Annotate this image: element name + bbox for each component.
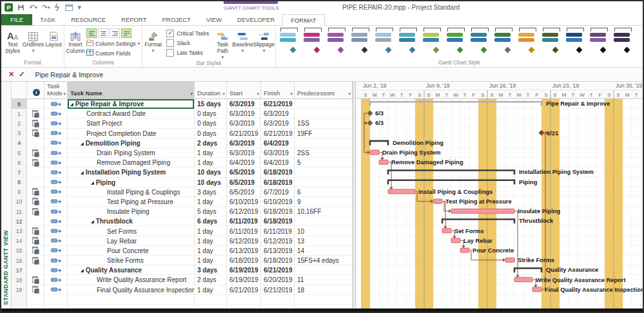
gantt-style-thumb-13[interactable] xyxy=(565,28,586,52)
pred-cell[interactable]: 14 xyxy=(295,246,353,256)
indicator-cell[interactable] xyxy=(27,167,44,177)
insert-column-button[interactable]: Insert Column xyxy=(66,27,85,55)
indicator-cell[interactable] xyxy=(27,207,44,216)
dur-cell[interactable]: 1 day xyxy=(195,197,227,207)
fin-cell[interactable]: 6/18/2019 xyxy=(261,256,295,265)
pred-cell[interactable]: 9 xyxy=(295,197,353,207)
pred-cell[interactable] xyxy=(295,109,353,119)
fin-cell[interactable]: 6/10/2019 xyxy=(261,197,295,207)
checkbox-late-tasks[interactable]: Late Tasks xyxy=(166,49,209,57)
indicator-cell[interactable] xyxy=(27,246,44,256)
row-number[interactable]: 11 xyxy=(12,207,27,216)
column-header-dur[interactable]: Duration▾ xyxy=(195,82,227,99)
fin-cell[interactable]: 6/3/2019 xyxy=(261,148,295,158)
align-right-button[interactable] xyxy=(110,28,120,38)
indicator-cell[interactable] xyxy=(27,158,44,167)
layout-button[interactable]: Layout xyxy=(44,27,63,48)
task-name-cell[interactable]: Insulate Piping xyxy=(68,207,195,216)
start-cell[interactable]: 6/5/2019 xyxy=(227,187,261,197)
dur-cell[interactable]: 3 days xyxy=(195,265,227,275)
fin-cell[interactable]: 6/4/2019 xyxy=(261,138,295,148)
redo-button[interactable]: ↷▾ xyxy=(42,4,50,11)
gantt-style-thumb-6[interactable] xyxy=(398,28,419,52)
task-mode-cell[interactable] xyxy=(44,226,68,236)
start-cell[interactable]: 6/4/2019 xyxy=(227,158,261,167)
pred-cell[interactable] xyxy=(295,167,353,177)
start-cell[interactable]: 6/5/2019 xyxy=(227,178,261,187)
task-mode-cell[interactable] xyxy=(44,119,68,128)
task-mode-cell[interactable] xyxy=(44,178,68,187)
expand-triangle-icon[interactable]: ◢ xyxy=(70,102,73,106)
task-mode-cell[interactable] xyxy=(44,129,68,138)
task-name-cell[interactable]: ◢Thrustblock xyxy=(68,216,195,226)
indicator-cell[interactable] xyxy=(27,285,44,295)
column-header-pred[interactable]: Predecessors▾ xyxy=(295,82,353,99)
column-header-mode[interactable]: Task Mode▾ xyxy=(44,82,68,99)
start-cell[interactable]: 6/21/2019 xyxy=(227,129,261,138)
task-name-cell[interactable]: Start Project xyxy=(68,119,195,128)
task-mode-cell[interactable] xyxy=(44,216,68,226)
pred-cell[interactable]: 5 xyxy=(295,158,353,167)
pred-cell[interactable]: 13 xyxy=(295,236,353,246)
row-number[interactable]: 17 xyxy=(12,265,27,275)
filter-arrow-icon[interactable]: ▾ xyxy=(257,91,259,97)
indicator-cell[interactable] xyxy=(27,216,44,226)
row-number[interactable]: 6 xyxy=(12,158,27,167)
task-mode-cell[interactable] xyxy=(44,265,68,275)
start-cell[interactable]: 6/3/2019 xyxy=(227,119,261,128)
pred-cell[interactable]: 19FF xyxy=(295,129,353,138)
column-header-info[interactable]: i xyxy=(27,82,44,99)
wrap-text-button[interactable] xyxy=(121,28,132,38)
cancel-entry-icon[interactable]: ✕ xyxy=(1,70,19,79)
tab-view[interactable]: VIEW xyxy=(199,14,229,25)
tab-format[interactable]: FORMAT xyxy=(282,14,324,26)
task-mode-cell[interactable] xyxy=(44,275,68,285)
indicator-cell[interactable] xyxy=(27,187,44,197)
indicator-cell[interactable] xyxy=(27,178,44,187)
task-name-cell[interactable]: Write Quality Assurance Report xyxy=(68,275,195,285)
fin-cell[interactable]: 6/21/2019 xyxy=(261,99,295,109)
fin-cell[interactable]: 6/21/2019 xyxy=(261,285,295,295)
dur-cell[interactable]: 10 days xyxy=(195,167,227,177)
task-name-cell[interactable]: ◢Demolition Piping xyxy=(68,138,195,148)
pred-cell[interactable]: 10 xyxy=(295,226,353,236)
dur-cell[interactable]: 10 days xyxy=(195,178,227,187)
fin-cell[interactable]: 6/11/2019 xyxy=(261,226,295,236)
dur-cell[interactable]: 6 days xyxy=(195,216,227,226)
pred-cell[interactable]: 1SS xyxy=(295,119,353,128)
column-settings-button[interactable]: ✱ Column Settings▾ xyxy=(86,39,140,48)
column-header-name[interactable]: Task Name▾ xyxy=(68,82,195,99)
tab-report[interactable]: REPORT xyxy=(113,14,154,25)
dur-cell[interactable]: 0 days xyxy=(195,119,227,128)
entry-bar-value[interactable]: Pipe Repair & Improve xyxy=(35,71,103,79)
start-cell[interactable]: 6/3/2019 xyxy=(227,138,261,148)
row-number[interactable]: 18 xyxy=(12,275,27,285)
pred-cell[interactable]: 2SS xyxy=(295,148,353,158)
corner-header[interactable] xyxy=(12,82,27,99)
task-path-button[interactable]: Task Path ▾ xyxy=(213,27,232,60)
task-name-cell[interactable]: Contract Award Date xyxy=(68,109,195,119)
column-header-fin[interactable]: Finish▾ xyxy=(261,82,295,99)
row-number[interactable]: 4 xyxy=(12,138,27,148)
task-mode-cell[interactable] xyxy=(44,256,68,265)
expand-triangle-icon[interactable]: ◢ xyxy=(91,180,94,185)
task-mode-cell[interactable] xyxy=(44,109,68,119)
gantt-style-thumb-11[interactable] xyxy=(517,28,538,52)
tab-developer[interactable]: DEVELOPER xyxy=(229,14,282,25)
row-number[interactable]: 1 xyxy=(12,109,27,119)
dur-cell[interactable]: 1 day xyxy=(195,256,227,265)
dur-cell[interactable]: 1 day xyxy=(195,158,227,167)
task-mode-cell[interactable] xyxy=(44,158,68,167)
expand-triangle-icon[interactable]: ◢ xyxy=(81,141,84,146)
indicator-cell[interactable] xyxy=(27,226,44,236)
start-cell[interactable]: 6/12/2019 xyxy=(227,236,261,246)
gantt-style-thumb-5[interactable] xyxy=(374,28,395,52)
row-number[interactable]: 10 xyxy=(12,197,27,207)
save-icon[interactable] xyxy=(17,4,24,11)
task-mode-cell[interactable] xyxy=(44,167,68,177)
align-center-button[interactable] xyxy=(98,28,108,38)
row-number[interactable]: 15 xyxy=(12,246,27,256)
filter-arrow-icon[interactable]: ▾ xyxy=(63,91,66,97)
fin-cell[interactable]: 6/4/2019 xyxy=(261,158,295,167)
indicator-cell[interactable] xyxy=(27,236,44,246)
